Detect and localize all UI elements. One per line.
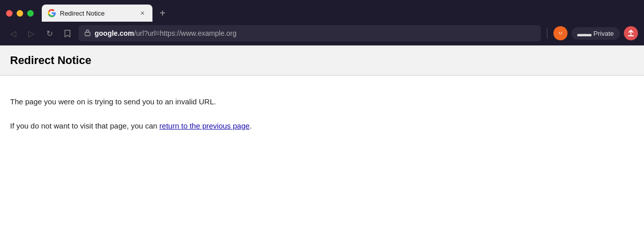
page-title: Redirect Notice xyxy=(10,54,634,67)
address-divider xyxy=(547,28,547,38)
address-bar[interactable]: google.com/url?url=https://www.example.o… xyxy=(78,25,541,41)
profile-avatar[interactable] xyxy=(624,26,638,40)
svg-point-1 xyxy=(558,32,559,33)
brave-lion-icon xyxy=(556,29,565,38)
active-tab[interactable]: Redirect Notice × xyxy=(42,5,152,22)
close-button[interactable] xyxy=(6,10,13,17)
return-to-previous-page-link[interactable]: return to the previous page xyxy=(159,121,250,130)
url-domain: google.com xyxy=(95,29,134,37)
bookmark-icon xyxy=(63,29,71,37)
tab-favicon xyxy=(48,9,56,17)
tab-title: Redirect Notice xyxy=(60,10,134,17)
reload-button[interactable]: ↻ xyxy=(42,26,56,40)
tab-bar: Redirect Notice × + xyxy=(0,0,644,22)
private-label: Private xyxy=(594,30,614,37)
page-content: Redirect Notice The page you were on is … xyxy=(0,46,644,154)
url-text: google.com/url?url=https://www.example.o… xyxy=(95,29,236,37)
maximize-button[interactable] xyxy=(27,10,34,17)
back-button[interactable]: ◁ xyxy=(6,26,20,40)
tab-close-button[interactable]: × xyxy=(138,9,146,17)
paragraph-1: The page you were on is trying to send y… xyxy=(10,96,634,108)
brave-shield-button[interactable] xyxy=(553,26,568,40)
minimize-button[interactable] xyxy=(17,10,23,17)
new-tab-button[interactable]: + xyxy=(155,6,170,20)
paragraph-2: If you do not want to visit that page, y… xyxy=(10,120,634,132)
bookmark-button[interactable] xyxy=(60,26,74,40)
page-body: The page you were on is trying to send y… xyxy=(0,76,644,154)
url-path: /url?url=https://www.example.org xyxy=(134,29,236,37)
upload-icon xyxy=(627,30,634,37)
address-bar-row: ◁ ▷ ↻ google.com/url?url=https://www.exa… xyxy=(0,22,644,45)
svg-point-2 xyxy=(561,32,562,33)
forward-button[interactable]: ▷ xyxy=(24,26,38,40)
private-mode-badge[interactable]: ▬▬ Private xyxy=(572,27,620,40)
glasses-icon: ▬▬ xyxy=(578,29,591,38)
window-controls xyxy=(6,10,34,17)
lock-icon xyxy=(85,29,91,38)
page-header: Redirect Notice xyxy=(0,46,644,76)
svg-rect-0 xyxy=(85,32,90,36)
